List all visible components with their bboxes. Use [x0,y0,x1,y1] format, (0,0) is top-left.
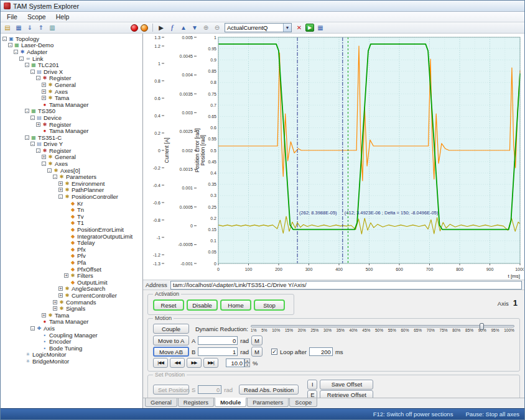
speed-spinner[interactable]: ▲▼ [226,358,250,367]
tree-item-currentcontroller[interactable]: +✱CurrentController [2,292,142,299]
tree-item-t1[interactable]: ◆T1 [2,220,142,227]
tree-item-integratoroutputlimit[interactable]: ◆IntegratorOutputLimit [2,233,142,240]
tree-item-register[interactable]: -✱Register [2,75,142,82]
expand-icon[interactable]: + [36,122,40,127]
tree-item-pfx[interactable]: ◆Pfx [2,246,142,253]
home-button[interactable]: Home [220,299,251,311]
tab-general[interactable]: General [145,398,177,407]
tree-item-register[interactable]: +✱Register [2,121,142,128]
collapse-icon[interactable]: - [30,326,35,331]
collapse-icon[interactable]: - [8,43,12,47]
forward-button[interactable]: ▶▶ [187,358,202,368]
function-icon[interactable]: ƒ [167,23,177,32]
collapse-icon[interactable]: - [47,168,52,173]
expand-icon[interactable]: + [42,83,46,87]
expand-icon[interactable]: + [58,293,63,298]
remove-signal-icon[interactable]: ✕ [294,23,304,32]
tree-item-axes[interactable]: -✱Axes [2,160,142,167]
title-bar[interactable]: TAM System Explorer [1,1,524,12]
tree-item-anglesearch[interactable]: +✱AngleSearch [2,286,142,293]
menu-file[interactable]: File [2,12,22,21]
tree-item-axis[interactable]: -✚Axis [2,325,142,332]
tree-item-device[interactable]: -▤Device [2,114,142,121]
tree-item-bode-tuning[interactable]: ▪Bode Tuning [2,345,142,352]
loop-after-checkbox[interactable]: ✓ [271,349,277,355]
collapse-icon[interactable]: - [53,175,57,179]
tree-item-encoder[interactable]: ▪Encoder [2,338,142,345]
start-scope-icon[interactable]: ▶ [156,23,166,32]
scope-chart[interactable]: (262; 8.3988E-05)(412; 3.4923E-06 ; Delt… [143,34,524,280]
spin-up-icon[interactable]: ▲ [244,358,250,363]
move-to-a-button[interactable]: Move to A [153,336,189,345]
s-value-field[interactable] [198,385,221,394]
power-button[interactable] [141,24,148,32]
collapse-icon[interactable]: - [42,162,46,166]
loop-ms-field[interactable] [309,347,333,356]
slider-thumb[interactable] [480,323,484,330]
collapse-icon[interactable]: - [58,194,63,199]
spin-down-icon[interactable]: ▼ [244,363,250,367]
tree-item-link[interactable]: -∞Link [2,55,142,62]
collapse-icon[interactable]: - [25,63,29,67]
tree-item-topology[interactable]: -▣Topology [2,35,142,42]
collapse-icon[interactable]: - [25,109,29,113]
collapse-icon[interactable]: - [19,57,24,61]
tree-item-pfa[interactable]: ◆Pfa [2,259,142,266]
emergency-stop-button[interactable] [131,24,138,32]
tree-item-positionerrorlimit[interactable]: ◆PositionErrorLimit [2,226,142,233]
pan-up-icon[interactable]: ▲ [179,23,188,32]
tree-item-tlc201[interactable]: -▦TLC201 [2,62,142,68]
tree-item-ts351-c[interactable]: -▦TS351-C [2,134,142,141]
tree-item-environment[interactable]: +✱Environment [2,180,142,187]
menu-scope[interactable]: Scope [23,12,50,21]
import-icon[interactable]: ⇓ [25,23,35,32]
tree-item-commands[interactable]: +✱Commands [2,299,142,306]
address-input[interactable] [170,281,522,290]
tree-item-tv[interactable]: ◆Tv [2,213,142,220]
disable-button[interactable]: Disable [187,299,218,311]
move-a-m-button[interactable]: M [251,336,262,345]
zoom-in-icon[interactable]: ⊕ [201,23,211,32]
tree-item-positioncontroller[interactable]: -✱PositionController [2,193,142,200]
reset-button[interactable]: Reset [153,299,184,311]
move-b-m-button[interactable]: M [251,347,262,357]
collapse-icon[interactable]: - [36,148,40,153]
export-icon[interactable]: ⇑ [36,23,46,32]
expand-icon[interactable]: + [42,313,46,317]
expand-icon[interactable]: + [58,188,63,192]
tree-item-tama[interactable]: +✱Tama [2,94,142,101]
tree-item-pfv[interactable]: ◆Pfv [2,253,142,260]
tree-item-tama-manager[interactable]: ●Tama Manager [2,101,142,108]
skip-end-button[interactable]: ▶▶| [203,358,218,368]
expand-icon[interactable]: + [42,96,46,100]
tree-item-coupling-manager[interactable]: ▪Coupling Manager [2,332,142,339]
stop-button[interactable]: Stop [254,299,285,311]
tree-item-tn[interactable]: ◆Tn [2,206,142,213]
menu-help[interactable]: Help [52,12,74,21]
collapse-icon[interactable]: - [36,76,40,80]
tab-registers[interactable]: Registers [178,398,214,407]
expand-icon[interactable]: + [53,306,57,311]
tree-item-tama-manager[interactable]: ●Tama Manager [2,319,142,326]
b-value-field[interactable] [198,347,238,356]
e-button[interactable]: E [307,390,317,398]
devices-icon[interactable]: ▥ [47,23,57,32]
set-position-button[interactable]: Set Position [153,385,189,395]
tree-item-tama-manager[interactable]: ●Tama Manager [2,127,142,134]
skip-start-button[interactable]: |◀◀ [153,358,168,368]
tab-parameters[interactable]: Parameters [247,398,289,407]
couple-button[interactable]: Couple [153,324,189,334]
tree-item-axes-0-[interactable]: -✱Axes[0] [2,167,142,174]
tree-item-adapter[interactable]: -✱Adapter [2,48,142,55]
tree-item-parameters[interactable]: -✱Parameters [2,173,142,180]
retrieve-offset-button[interactable]: Retrieve Offset [320,390,373,398]
tree-item-general[interactable]: +✱General [2,81,142,88]
collapse-icon[interactable]: - [2,37,7,41]
speed-value-field[interactable] [226,358,244,367]
expand-icon[interactable]: + [58,286,63,291]
tree-item-tdelay[interactable]: ◆Tdelay [2,239,142,246]
rewind-button[interactable]: ◀◀ [170,358,185,368]
collapse-icon[interactable]: - [14,50,18,54]
open-icon[interactable]: ▤ [2,23,12,32]
tree-item-kr[interactable]: ◆Kr [2,200,142,207]
